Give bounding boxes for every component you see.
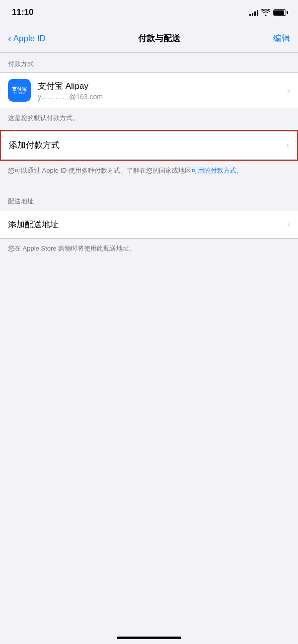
add-payment-wrapper: 添加付款方式 › bbox=[0, 130, 298, 161]
info-text-part1: 您可以通过 Apple ID 使用多种付款方式。了解在您的国家或地区 bbox=[8, 167, 191, 174]
battery-icon bbox=[273, 9, 286, 16]
alipay-content: 支付宝 Alipay y…………@163.com bbox=[38, 80, 283, 101]
add-payment-label: 添加付款方式 bbox=[9, 139, 282, 151]
add-payment-list: 添加付款方式 › bbox=[1, 131, 297, 160]
delivery-section-header: 配送地址 bbox=[0, 190, 298, 210]
alipay-logo-text: 支付宝 bbox=[12, 86, 27, 92]
default-payment-text: 这是您的默认付款方式。 bbox=[0, 108, 298, 130]
delivery-section: 配送地址 添加配送地址 › 您在 Apple Store 购物时将使用此配送地址… bbox=[0, 190, 298, 260]
delivery-info-text: 您在 Apple Store 购物时将使用此配送地址。 bbox=[0, 239, 298, 260]
payment-info-text: 您可以通过 Apple ID 使用多种付款方式。了解在您的国家或地区可用的付款方… bbox=[0, 161, 298, 183]
alipay-name: 支付宝 Alipay bbox=[38, 80, 283, 92]
signal-icon bbox=[249, 9, 258, 16]
add-delivery-item[interactable]: 添加配送地址 › bbox=[0, 210, 298, 238]
available-payment-link[interactable]: 可用的付款方式 bbox=[191, 167, 236, 174]
edit-button[interactable]: 编辑 bbox=[273, 33, 290, 44]
back-label: Apple ID bbox=[13, 34, 46, 44]
wifi-icon bbox=[261, 9, 270, 16]
chevron-right-icon: › bbox=[287, 85, 290, 96]
nav-bar: ‹ Apple ID 付款与配送 编辑 bbox=[0, 25, 298, 53]
delivery-list: 添加配送地址 › bbox=[0, 210, 298, 239]
add-delivery-label: 添加配送地址 bbox=[8, 219, 283, 230]
page-title: 付款与配送 bbox=[138, 33, 180, 44]
status-icons bbox=[249, 9, 286, 16]
alipay-logo: 支付宝 ALIPAY bbox=[8, 79, 31, 102]
payment-list: 支付宝 ALIPAY 支付宝 Alipay y…………@163.com › bbox=[0, 72, 298, 108]
chevron-left-icon: ‹ bbox=[8, 33, 11, 43]
content: 付款方式 支付宝 ALIPAY 支付宝 Alipay y…………@163.com… bbox=[0, 53, 298, 260]
back-button[interactable]: ‹ Apple ID bbox=[8, 34, 46, 44]
status-time: 11:10 bbox=[12, 7, 33, 17]
add-payment-item[interactable]: 添加付款方式 › bbox=[1, 131, 297, 159]
chevron-right-icon: › bbox=[287, 219, 290, 230]
alipay-email: y…………@163.com bbox=[38, 93, 283, 101]
alipay-item[interactable]: 支付宝 ALIPAY 支付宝 Alipay y…………@163.com › bbox=[0, 73, 298, 108]
status-bar: 11:10 bbox=[0, 0, 298, 25]
home-indicator bbox=[117, 637, 181, 639]
chevron-right-icon: › bbox=[286, 140, 289, 150]
alipay-sub-text: ALIPAY bbox=[13, 92, 25, 95]
payment-section-header: 付款方式 bbox=[0, 53, 298, 72]
info-text-part2: 。 bbox=[236, 167, 243, 174]
